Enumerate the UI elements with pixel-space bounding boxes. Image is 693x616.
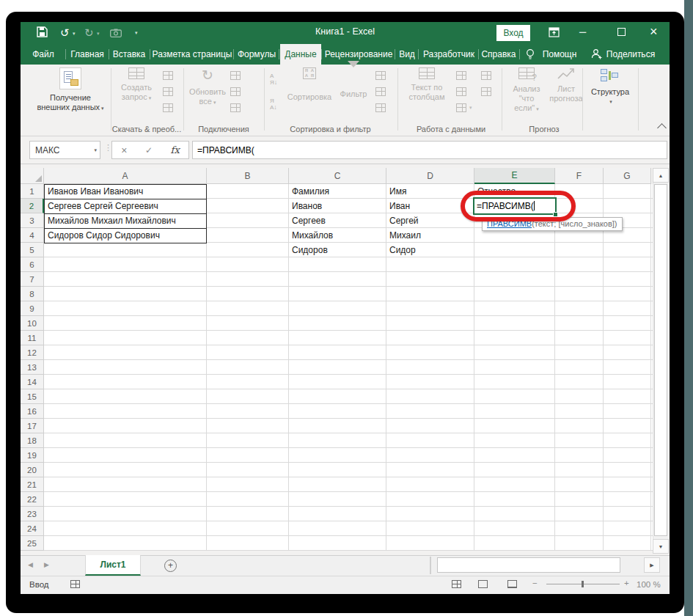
tab-view[interactable]: Вид bbox=[396, 44, 418, 65]
customize-qat-icon[interactable]: ▾ bbox=[135, 30, 138, 36]
row-header[interactable]: 2 bbox=[21, 199, 44, 213]
cell-c5[interactable]: Сидоров bbox=[292, 243, 328, 257]
cell-a3[interactable]: Михайлов Михаил Михайлович bbox=[44, 213, 207, 229]
column-header-g[interactable]: G bbox=[604, 168, 651, 184]
row-header[interactable]: 3 bbox=[21, 213, 44, 228]
name-box[interactable]: МАКС▾ bbox=[29, 141, 100, 159]
row-header[interactable]: 12 bbox=[21, 345, 44, 360]
tab-insert[interactable]: Вставка bbox=[110, 44, 148, 65]
tab-formulas[interactable]: Формулы bbox=[235, 44, 279, 65]
tab-file[interactable]: Файл bbox=[28, 44, 59, 65]
tab-developer[interactable]: Разработчик bbox=[419, 44, 478, 65]
view-page-break-icon[interactable] bbox=[507, 580, 517, 588]
row-header[interactable]: 6 bbox=[21, 257, 44, 272]
cell-d2[interactable]: Иван bbox=[389, 199, 410, 213]
row-headers: 1234567891011121314151617181920212223242… bbox=[21, 184, 44, 551]
horizontal-scroll-thumb[interactable] bbox=[437, 557, 620, 573]
row-header[interactable]: 1 bbox=[21, 184, 44, 199]
row-header[interactable]: 15 bbox=[21, 389, 44, 404]
tab-page-layout[interactable]: Разметка страницы bbox=[151, 44, 233, 65]
zoom-out-icon[interactable]: − bbox=[532, 579, 538, 587]
vertical-scroll-thumb[interactable] bbox=[654, 184, 667, 536]
column-header-e[interactable]: E bbox=[474, 168, 555, 184]
undo-icon[interactable]: ↺ bbox=[60, 26, 70, 40]
share-person-icon[interactable] bbox=[591, 48, 603, 59]
sheet-nav-right-icon[interactable]: ▶ bbox=[44, 561, 49, 568]
row-header[interactable]: 8 bbox=[21, 287, 44, 301]
lightbulb-icon[interactable] bbox=[525, 48, 535, 60]
row-header[interactable]: 25 bbox=[21, 536, 44, 551]
row-header[interactable]: 22 bbox=[21, 492, 44, 507]
row-header[interactable]: 11 bbox=[21, 331, 44, 345]
cell-a2[interactable]: Сергеев Сергей Сергеевич bbox=[44, 199, 207, 214]
cell-c3[interactable]: Сергеев bbox=[292, 213, 326, 228]
view-page-layout-icon[interactable] bbox=[478, 580, 488, 588]
tab-scrollbar-splitter[interactable] bbox=[430, 557, 431, 574]
zoom-in-icon[interactable]: + bbox=[624, 579, 629, 587]
consolidate-icon bbox=[481, 71, 491, 80]
row-header[interactable]: 24 bbox=[21, 521, 44, 536]
row-header[interactable]: 5 bbox=[21, 243, 44, 257]
new-sheet-button[interactable]: + bbox=[164, 560, 177, 572]
undo-dropdown-icon[interactable]: ▾ bbox=[73, 31, 76, 37]
scroll-right-icon[interactable]: ▶ bbox=[644, 557, 660, 573]
tab-home[interactable]: Главная bbox=[67, 44, 107, 65]
enter-entry-icon[interactable]: ✓ bbox=[145, 145, 153, 155]
column-header-f[interactable]: F bbox=[555, 168, 604, 184]
cancel-entry-icon[interactable]: × bbox=[121, 144, 127, 156]
outline-icon bbox=[601, 67, 620, 84]
column-header-a[interactable]: A bbox=[44, 168, 207, 184]
tab-help[interactable]: Справка bbox=[480, 44, 518, 65]
insert-function-icon[interactable]: fx bbox=[171, 144, 180, 155]
row-header[interactable]: 4 bbox=[21, 228, 44, 243]
view-normal-icon[interactable] bbox=[452, 580, 461, 588]
maximize-button[interactable] bbox=[617, 28, 626, 36]
share-label[interactable]: Поделиться bbox=[604, 44, 657, 65]
close-button[interactable]: × bbox=[650, 24, 658, 40]
row-header[interactable]: 10 bbox=[21, 316, 44, 331]
zoom-slider-thumb[interactable] bbox=[582, 581, 584, 587]
desktop-background-strip bbox=[684, 0, 693, 616]
column-header-d[interactable]: D bbox=[386, 168, 474, 184]
save-icon[interactable] bbox=[37, 26, 48, 37]
ribbon-display-options-icon[interactable] bbox=[549, 27, 560, 37]
column-header-c[interactable]: C bbox=[289, 168, 386, 184]
formula-input[interactable]: =ПРАВСИМВ( bbox=[192, 141, 667, 159]
tab-data[interactable]: Данные bbox=[280, 44, 321, 65]
row-header[interactable]: 16 bbox=[21, 404, 44, 419]
cell-d4[interactable]: Михаил bbox=[389, 228, 421, 243]
sheet-nav-left-icon[interactable]: ◀ bbox=[28, 561, 33, 568]
get-external-data-button[interactable]: Получение внешних данных▾ bbox=[32, 67, 109, 113]
scroll-down-icon[interactable]: ▼ bbox=[653, 539, 669, 554]
cell-c4[interactable]: Михайлов bbox=[292, 228, 333, 243]
cell-d1[interactable]: Имя bbox=[389, 184, 406, 199]
name-box-dropdown-icon[interactable]: ▾ bbox=[94, 147, 97, 153]
macro-record-icon[interactable] bbox=[70, 580, 80, 588]
row-header[interactable]: 13 bbox=[21, 360, 44, 375]
scroll-up-icon[interactable]: ▲ bbox=[653, 168, 669, 183]
select-all-button[interactable] bbox=[21, 168, 44, 184]
minimize-button[interactable]: ─ bbox=[579, 26, 586, 37]
row-header[interactable]: 9 bbox=[21, 301, 44, 316]
cell-d5[interactable]: Сидор bbox=[389, 243, 416, 257]
zoom-level[interactable]: 100 % bbox=[637, 580, 661, 589]
row-header[interactable]: 7 bbox=[21, 272, 44, 287]
outline-button[interactable]: Структура ▾ bbox=[587, 67, 634, 106]
row-header[interactable]: 18 bbox=[21, 433, 44, 448]
row-header[interactable]: 20 bbox=[21, 463, 44, 477]
connections-icon bbox=[230, 71, 241, 80]
column-header-b[interactable]: B bbox=[207, 168, 289, 184]
cell-a1[interactable]: Иванов Иван Иванович bbox=[44, 184, 207, 199]
row-header[interactable]: 23 bbox=[21, 507, 44, 521]
cell-a4[interactable]: Сидоров Сидор Сидорович bbox=[44, 228, 207, 243]
row-header[interactable]: 19 bbox=[21, 448, 44, 463]
tell-me-label[interactable]: Помощн bbox=[538, 44, 581, 65]
cell-c1[interactable]: Фамилия bbox=[292, 184, 329, 199]
row-header[interactable]: 14 bbox=[21, 375, 44, 389]
row-header[interactable]: 21 bbox=[21, 477, 44, 492]
cell-d3[interactable]: Сергей bbox=[389, 213, 419, 228]
sign-in-button[interactable]: Вход bbox=[496, 25, 530, 41]
cell-c2[interactable]: Иванов bbox=[292, 199, 322, 213]
row-header[interactable]: 17 bbox=[21, 419, 44, 433]
sheet-tab-list1[interactable]: Лист1 bbox=[85, 555, 141, 576]
